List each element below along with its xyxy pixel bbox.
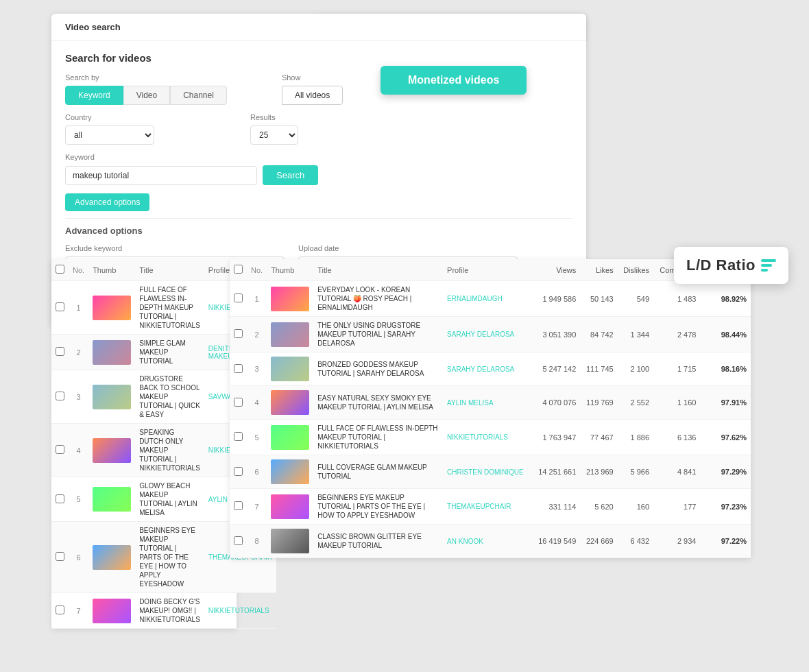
right-row-comments: 4 841 — [653, 455, 700, 489]
right-row-checkbox[interactable] — [234, 501, 243, 510]
left-row-checkbox[interactable] — [56, 347, 64, 356]
left-row-thumb — [88, 335, 135, 370]
left-row-checkbox[interactable] — [56, 605, 64, 614]
right-row-no: 4 — [247, 386, 267, 420]
right-row-likes: 77 467 — [580, 420, 617, 455]
right-row-dislikes: 1 344 — [618, 317, 653, 352]
right-row-dislikes: 6 432 — [618, 525, 653, 558]
thumbnail-image — [93, 599, 131, 623]
right-row-checkbox[interactable] — [234, 536, 243, 545]
keyword-input[interactable] — [65, 166, 257, 185]
ld-ratio-badge: L/D Ratio — [674, 247, 788, 284]
tabs-row: Video search — [51, 14, 586, 41]
right-row-views: 14 251 661 — [532, 455, 580, 489]
left-row-no: 5 — [69, 477, 88, 522]
search-button[interactable]: Search — [263, 165, 318, 185]
right-row-no: 7 — [247, 489, 267, 525]
right-row-checkbox[interactable] — [234, 398, 243, 407]
upload-date-label: Upload date — [298, 244, 518, 252]
right-row-likes: 84 742 — [580, 317, 617, 352]
left-no-header: No. — [69, 259, 88, 281]
left-row-no: 3 — [69, 370, 88, 424]
right-row-thumb — [267, 489, 313, 525]
right-row-title: BRONZED GODDESS MAKEUP TUTORIAL | SARAHY… — [313, 352, 443, 386]
right-row-profile: SARAHY DELAROSA — [443, 352, 532, 386]
thumbnail-image — [271, 287, 309, 311]
right-row-no: 1 — [247, 281, 267, 317]
left-row-thumb — [88, 477, 135, 522]
select-all-right-checkbox[interactable] — [234, 265, 243, 274]
right-table-row: 8 CLASSIC BROWN GLITTER EYE MAKEUP TUTOR… — [230, 525, 751, 558]
right-row-views: 1 763 947 — [532, 420, 580, 455]
right-row-title: FULL FACE OF FLAWLESS IN-DEPTH MAKEUP TU… — [313, 420, 443, 455]
right-row-ld-ratio: 97.29% — [700, 455, 751, 489]
left-row-checkbox[interactable] — [56, 445, 64, 454]
right-row-checkbox[interactable] — [234, 293, 243, 302]
thumbnail-image — [93, 296, 131, 320]
left-row-checkbox[interactable] — [56, 302, 64, 311]
thumbnail-image — [271, 425, 309, 450]
right-row-title: THE ONLY USING DRUGSTORE MAKEUP TUTORIAL… — [313, 317, 443, 352]
left-row-profile: NIKKIETUTORIALS — [204, 593, 276, 629]
right-row-comments: 177 — [653, 489, 700, 525]
search-by-keyword-btn[interactable]: Keyword — [65, 86, 123, 105]
right-row-likes: 50 143 — [580, 281, 617, 317]
left-row-checkbox[interactable] — [56, 392, 64, 400]
advanced-options-button[interactable]: Advanced options — [65, 193, 149, 211]
ld-ratio-icon — [761, 259, 776, 272]
tab-video-search[interactable]: Video search — [51, 14, 134, 40]
right-table-row: 6 FULL COVERAGE GLAM MAKEUP TUTORIAL CHR… — [230, 455, 751, 489]
left-row-title: GLOWY BEACH MAKEUP TUTORIAL | AYLIN MELI… — [135, 477, 204, 522]
right-row-checkbox[interactable] — [234, 329, 243, 338]
search-by-channel-btn[interactable]: Channel — [170, 86, 227, 105]
left-row-no: 6 — [69, 522, 88, 593]
left-row-thumb — [88, 370, 135, 424]
thumbnail-image — [93, 545, 131, 570]
left-row-title: DOING BECKY G'S MAKEUP! OMG!! | NIKKIETU… — [135, 593, 204, 629]
country-label: Country — [65, 113, 154, 121]
search-by-video-btn[interactable]: Video — [123, 86, 170, 105]
right-row-checkbox[interactable] — [234, 364, 243, 373]
right-row-title: EASY NATURAL SEXY SMOKY EYE MAKEUP TUTOR… — [313, 386, 443, 420]
right-thumb-header: Thumb — [267, 259, 313, 281]
monetized-videos-button[interactable]: Monetized videos — [381, 66, 527, 95]
right-row-views: 3 051 390 — [532, 317, 580, 352]
right-row-comments: 2 478 — [653, 317, 700, 352]
right-results-table: No. Thumb Title Profile Views Likes Disl… — [230, 259, 751, 558]
results-select[interactable]: 25 — [250, 125, 298, 145]
results-label: Results — [250, 113, 298, 121]
right-row-comments: 1 160 — [653, 386, 700, 420]
right-row-title: CLASSIC BROWN GLITTER EYE MAKEUP TUTORIA… — [313, 525, 443, 558]
left-thumb-header: Thumb — [88, 259, 135, 281]
right-title-header: Title — [313, 259, 443, 281]
right-row-comments: 2 934 — [653, 525, 700, 558]
show-all-videos-btn[interactable]: All videos — [282, 86, 343, 105]
right-row-checkbox[interactable] — [234, 432, 243, 441]
results-group: Results 25 — [250, 113, 298, 145]
show-buttons: All videos — [282, 86, 343, 105]
thumbnail-image — [93, 438, 131, 463]
right-row-ld-ratio: 97.22% — [700, 525, 751, 558]
thumbnail-image — [93, 340, 131, 365]
left-row-checkbox[interactable] — [56, 552, 64, 561]
search-by-group: Search by Keyword Video Channel — [65, 73, 227, 105]
thumbnail-image — [271, 459, 309, 484]
keyword-label: Keyword — [65, 153, 572, 161]
select-all-left-checkbox[interactable] — [56, 265, 64, 274]
left-row-title: SIMPLE GLAM MAKEUP TUTORIAL — [135, 335, 204, 370]
right-row-likes: 213 969 — [580, 455, 617, 489]
country-results-row: Country all Results 25 — [65, 113, 572, 145]
left-table-row: 7 DOING BECKY G'S MAKEUP! OMG!! | NIKKIE… — [51, 593, 276, 629]
right-row-ld-ratio: 98.44% — [700, 317, 751, 352]
right-profile-header: Profile — [443, 259, 532, 281]
keyword-input-row: Search — [65, 165, 572, 185]
search-by-label: Search by — [65, 73, 227, 82]
left-row-checkbox[interactable] — [56, 494, 64, 503]
right-row-likes: 119 769 — [580, 386, 617, 420]
right-row-likes: 5 620 — [580, 489, 617, 525]
right-row-checkbox[interactable] — [234, 467, 243, 476]
country-select[interactable]: all — [65, 125, 154, 145]
right-row-views: 5 247 142 — [532, 352, 580, 386]
right-row-views: 16 419 549 — [532, 525, 580, 558]
right-row-comments: 1 715 — [653, 352, 700, 386]
